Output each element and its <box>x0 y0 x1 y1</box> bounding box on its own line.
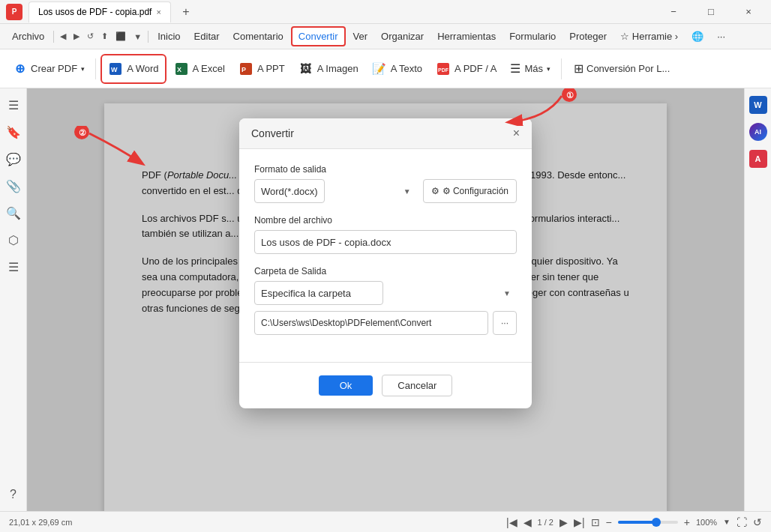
conversion-icon: ⊞ <box>574 61 584 76</box>
menu-dots[interactable]: ··· <box>711 28 731 45</box>
svg-text:P: P <box>242 66 246 73</box>
toolbar-back[interactable]: ◀ <box>57 30 69 43</box>
to-word-button[interactable]: W A Word <box>100 54 166 84</box>
menu-herramientas[interactable]: Herramientas <box>431 28 502 45</box>
format-select[interactable]: Word(*.docx) Excel(*.xlsx) PPT(*.pptx) <box>254 179 325 203</box>
folder-path-row: ··· <box>254 311 517 335</box>
to-pdfa-label: A PDF / A <box>454 63 496 74</box>
menu-formulario[interactable]: Formulario <box>503 28 562 45</box>
dialog-close-btn[interactable]: × <box>513 127 520 139</box>
to-image-button[interactable]: 🖼 A Imagen <box>292 54 364 84</box>
sidebar-icon-menu[interactable]: ☰ <box>3 94 24 115</box>
page-indicator: 1 / 2 <box>538 518 554 527</box>
maximize-btn[interactable]: □ <box>694 0 728 24</box>
create-pdf-arrow: ▾ <box>81 65 85 73</box>
conversion-por-button[interactable]: ⊞ Conversión Por L... <box>566 54 677 84</box>
to-ppt-label: A PPT <box>257 63 285 74</box>
svg-text:W: W <box>111 66 118 73</box>
slider-thumb[interactable] <box>652 518 661 527</box>
toolbar-pages[interactable]: ⬛ <box>112 30 129 43</box>
filename-section: Nombre del archivo <box>254 215 517 254</box>
right-icon-word[interactable]: W <box>748 94 769 115</box>
to-pdfa-button[interactable]: PDF A PDF / A <box>430 54 502 84</box>
zoom-out-btn[interactable]: − <box>606 516 612 528</box>
toolbar-divider-1 <box>95 58 96 79</box>
page-next-btn[interactable]: ▶ <box>560 516 568 528</box>
sidebar-icon-layers[interactable]: ⬡ <box>3 229 24 250</box>
folder-select-wrapper: Especifica la carpeta Misma carpeta que … <box>254 281 517 305</box>
add-icon: ⊕ <box>12 61 27 76</box>
more-label: Más <box>524 63 543 74</box>
browse-button[interactable]: ··· <box>493 311 517 335</box>
status-bar-right: |◀ ◀ 1 / 2 ▶ ▶| ⊡ − + 100% ▼ ⛶ ↺ <box>506 516 762 528</box>
word-badge: W <box>749 96 767 114</box>
close-btn[interactable]: × <box>732 0 765 24</box>
page-first-btn[interactable]: |◀ <box>506 516 518 528</box>
new-tab-btn[interactable]: + <box>177 3 195 21</box>
toolbar-fwd[interactable]: ▶ <box>70 30 82 43</box>
dialog-title: Convertir <box>251 127 294 139</box>
sidebar-icon-bookmark[interactable]: 🔖 <box>3 121 24 142</box>
menu-globe[interactable]: 🌐 <box>686 28 710 45</box>
menu-archivo[interactable]: Archivo <box>6 28 50 45</box>
dialog-overlay: Convertir × Formato de salida Word(*.doc… <box>27 88 744 511</box>
filename-input[interactable] <box>254 230 517 254</box>
sidebar-icon-comment[interactable]: 💬 <box>3 148 24 169</box>
config-button[interactable]: ⚙ ⚙ Configuración <box>423 179 517 203</box>
tab-item[interactable]: Los usos de PDF - copia.pdf × <box>28 1 171 22</box>
dialog-header: Convertir × <box>239 118 532 149</box>
fit-page-btn[interactable]: ⊡ <box>591 516 600 528</box>
right-icon-ai[interactable]: AI <box>748 121 769 142</box>
text-icon: 📝 <box>372 61 387 76</box>
ai-badge: AI <box>749 123 767 141</box>
folder-path-input[interactable] <box>254 311 488 335</box>
zoom-slider[interactable] <box>618 521 678 524</box>
to-ppt-button[interactable]: P A PPT <box>232 54 291 84</box>
ok-button[interactable]: Ok <box>319 375 374 396</box>
sidebar-icon-search[interactable]: 🔍 <box>3 202 24 223</box>
sidebar-icon-pages[interactable]: ☰ <box>3 256 24 277</box>
menu-editar[interactable]: Editar <box>188 28 226 45</box>
dialog-footer: Ok Cancelar <box>239 362 532 408</box>
page-prev-btn[interactable]: ◀ <box>524 516 532 528</box>
zoom-dropdown-btn[interactable]: ▼ <box>723 518 730 526</box>
ppt-icon: P <box>238 61 254 76</box>
output-folder-section: Carpeta de Salida Especifica la carpeta … <box>254 266 517 335</box>
tab-close[interactable]: × <box>156 7 160 16</box>
more-button[interactable]: ☰ Más ▾ <box>504 54 556 84</box>
refresh-view-btn[interactable]: ↺ <box>753 516 762 528</box>
create-pdf-button[interactable]: ⊕ Crear PDF ▾ <box>6 54 91 84</box>
filename-label: Nombre del archivo <box>254 215 517 226</box>
menu-convertir[interactable]: Convertir <box>291 26 346 46</box>
minimize-btn[interactable]: − <box>657 0 690 24</box>
zoom-label: 100% <box>696 518 717 527</box>
page-last-btn[interactable]: ▶| <box>574 516 585 528</box>
sidebar-icon-attach[interactable]: 📎 <box>3 175 24 196</box>
fullscreen-btn[interactable]: ⛶ <box>736 516 747 528</box>
output-format-label: Formato de salida <box>254 164 517 175</box>
sidebar-icon-help[interactable]: ? <box>3 484 24 505</box>
right-icon-a365[interactable]: A <box>748 148 769 169</box>
zoom-in-btn[interactable]: + <box>684 516 690 528</box>
menu-proteger[interactable]: Proteger <box>563 28 613 45</box>
toolbar-refresh[interactable]: ↺ <box>84 30 97 43</box>
status-bar: 21,01 x 29,69 cm |◀ ◀ 1 / 2 ▶ ▶| ⊡ − + 1… <box>0 511 771 532</box>
to-excel-button[interactable]: X A Excel <box>168 54 231 84</box>
toolbar: ⊕ Crear PDF ▾ W A Word X A Excel P <box>0 49 771 88</box>
menu-ver[interactable]: Ver <box>347 28 374 45</box>
to-text-button[interactable]: 📝 A Texto <box>366 54 428 84</box>
menu-comentario[interactable]: Comentario <box>227 28 290 45</box>
menu-herramie[interactable]: ☆ Herramie › <box>614 28 684 45</box>
cancel-button[interactable]: Cancelar <box>382 375 452 396</box>
tab-label: Los usos de PDF - copia.pdf <box>38 7 152 17</box>
to-image-label: A Imagen <box>317 63 358 74</box>
menu-inicio[interactable]: Inicio <box>152 28 186 45</box>
toolbar-more-arrow[interactable]: ▼ <box>130 31 145 43</box>
conversion-por-label: Conversión Por L... <box>586 63 670 74</box>
select-arrow-icon: ▼ <box>404 187 411 196</box>
folder-select[interactable]: Especifica la carpeta Misma carpeta que … <box>254 281 383 305</box>
menu-sep-1 <box>53 31 54 43</box>
menu-organizar[interactable]: Organizar <box>375 28 430 45</box>
toolbar-share[interactable]: ⬆ <box>98 30 111 43</box>
slider-fill <box>618 521 654 524</box>
